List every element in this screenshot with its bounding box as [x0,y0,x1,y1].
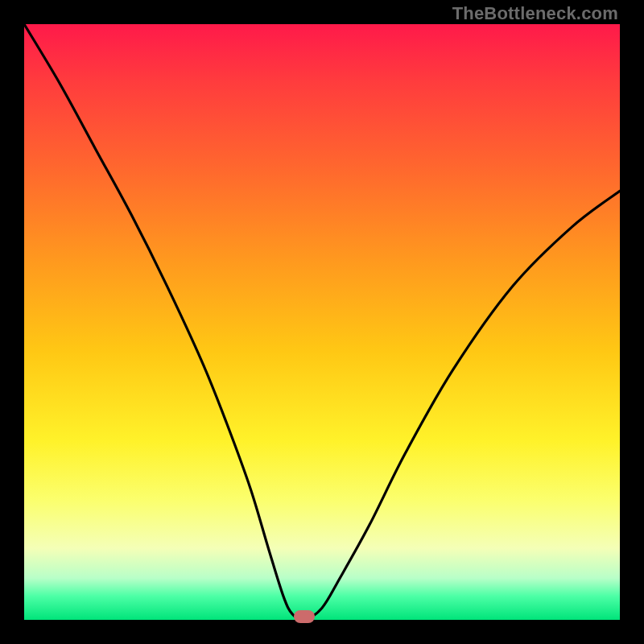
watermark-text: TheBottleneck.com [452,3,618,24]
optimal-marker [294,610,315,623]
curve-path [24,24,620,620]
plot-area [24,24,620,620]
bottleneck-curve [24,24,620,620]
chart-frame: TheBottleneck.com [0,0,644,644]
